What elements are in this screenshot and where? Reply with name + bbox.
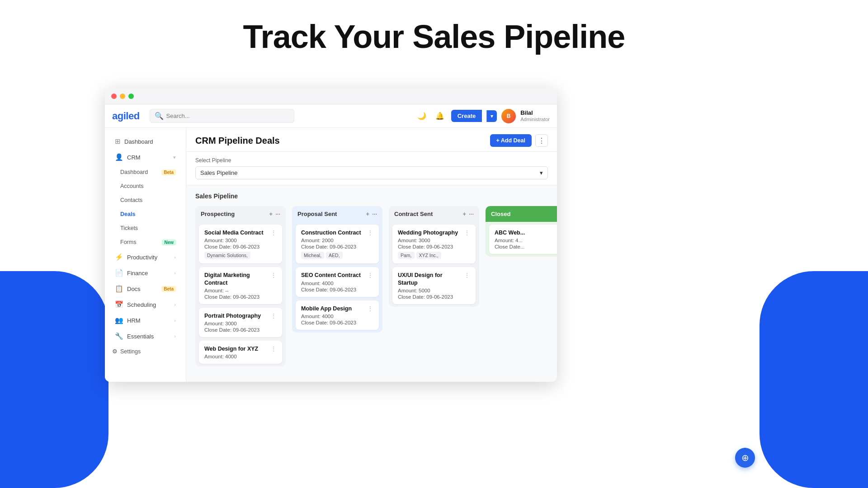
dark-mode-button[interactable]: 🌙 <box>415 109 429 123</box>
sidebar-item-deals[interactable]: Deals <box>108 207 183 221</box>
kanban-col-body-contract-sent: Wedding Photography ⋮ Amount: 3000 Close… <box>389 222 479 307</box>
pipeline-select-dropdown[interactable]: Sales Pipeline ▾ <box>195 166 548 179</box>
search-input[interactable] <box>166 113 289 119</box>
deal-date: Close Date: 09-06-2023 <box>301 320 373 325</box>
window-maximize-dot[interactable] <box>128 94 134 99</box>
window-close-dot[interactable] <box>111 94 117 99</box>
add-card-icon[interactable]: + <box>366 211 370 217</box>
deal-menu-icon[interactable]: ⋮ <box>464 229 470 236</box>
deal-tags: Dynamic Solutions, <box>204 252 277 259</box>
deal-amount: Amount: 3000 <box>398 238 470 243</box>
beta-badge-docs: Beta <box>161 286 176 292</box>
deal-card-header: Construction Contract ⋮ <box>301 229 373 236</box>
create-dropdown-button[interactable]: ▾ <box>486 110 497 122</box>
dashboard-icon: ⊞ <box>115 137 121 145</box>
deal-card[interactable]: Web Design for XYZ ⋮ Amount: 4000 <box>199 341 282 364</box>
deal-title: Wedding Photography <box>398 229 458 236</box>
sidebar-item-label: Finance <box>127 270 148 277</box>
col-menu-icon[interactable]: ··· <box>275 211 280 217</box>
sidebar-item-label: Essentials <box>127 333 154 340</box>
sidebar: ⊞ Dashboard 👤 CRM ▾ Dashboard Beta Accou… <box>105 128 186 382</box>
deal-date: Close Date: 09-06-2023 <box>204 294 277 300</box>
deal-card[interactable]: UX/UI Design for Startup ⋮ Amount: 5000 … <box>392 267 476 304</box>
sidebar-item-dashboard[interactable]: ⊞ Dashboard <box>108 134 183 149</box>
sidebar-item-hrm[interactable]: 👥 HRM › <box>108 313 183 328</box>
deal-menu-icon[interactable]: ⋮ <box>270 312 277 319</box>
app-header: agiled 🔍 🌙 🔔 Create ▾ B Bilal Administra… <box>105 104 557 128</box>
sidebar-item-crm[interactable]: 👤 CRM ▾ <box>108 150 183 165</box>
notifications-button[interactable]: 🔔 <box>433 109 447 123</box>
deal-card[interactable]: Wedding Photography ⋮ Amount: 3000 Close… <box>392 225 476 263</box>
deal-menu-icon[interactable]: ⋮ <box>270 272 277 279</box>
col-title-prospecting: Prospecting <box>201 211 235 217</box>
sidebar-item-label: Productivity <box>127 254 157 261</box>
deal-tag: AED, <box>326 252 343 259</box>
deal-menu-icon[interactable]: ⋮ <box>367 229 373 236</box>
deal-menu-icon[interactable]: ⋮ <box>367 272 373 279</box>
deal-menu-icon[interactable]: ⋮ <box>270 229 277 236</box>
kanban-col-proposal-sent: Proposal Sent + ··· Construction Contrac… <box>292 206 382 333</box>
deal-card-header: Social Media Contract ⋮ <box>204 229 277 236</box>
deal-title: SEO Content Contract <box>301 272 361 279</box>
deal-card[interactable]: ABC Web... ⋮ Amount: 4... Close Date... <box>489 225 557 254</box>
deal-title: ABC Web... <box>495 229 525 236</box>
col-menu-icon[interactable]: ··· <box>372 211 377 217</box>
sidebar-item-label: Accounts <box>120 183 143 189</box>
kanban-col-closed: Closed ABC Web... ⋮ Amount: 4... Close D… <box>486 206 557 257</box>
sidebar-item-label: Dashboard <box>124 138 153 145</box>
sidebar-item-label: HRM <box>127 317 141 324</box>
deal-amount: Amount: 2000 <box>301 238 373 243</box>
deal-amount: Amount: 4... <box>495 238 557 243</box>
deal-title: Mobile App Design <box>301 305 352 312</box>
col-menu-icon[interactable]: ··· <box>469 211 474 217</box>
deal-amount: Amount: 3000 <box>204 321 277 326</box>
deal-card[interactable]: Portrait Photography ⋮ Amount: 3000 Clos… <box>199 308 282 337</box>
settings-item[interactable]: ⚙ Settings <box>105 344 186 358</box>
more-options-button[interactable]: ⋮ <box>535 134 548 147</box>
deal-amount: Amount: 4000 <box>301 314 373 319</box>
deal-card[interactable]: Social Media Contract ⋮ Amount: 3000 Clo… <box>199 225 282 263</box>
deal-card-header: Mobile App Design ⋮ <box>301 305 373 312</box>
sidebar-item-finance[interactable]: 📄 Finance › <box>108 265 183 281</box>
sidebar-item-docs[interactable]: 📋 Docs Beta <box>108 281 183 296</box>
sidebar-item-crm-dashboard[interactable]: Dashboard Beta <box>108 165 183 179</box>
sidebar-item-scheduling[interactable]: 📅 Scheduling › <box>108 297 183 312</box>
sidebar-item-productivity[interactable]: ⚡ Productivity › <box>108 249 183 265</box>
deal-card[interactable]: Digital Marketing Contract ⋮ Amount: -- … <box>199 267 282 304</box>
deal-menu-icon[interactable]: ⋮ <box>367 305 373 312</box>
main-content: CRM Pipeline Deals + Add Deal ⋮ Select P… <box>186 128 557 382</box>
deal-card[interactable]: Mobile App Design ⋮ Amount: 4000 Close D… <box>296 300 379 330</box>
dropdown-chevron-icon: ▾ <box>540 169 543 176</box>
sidebar-item-label: Deals <box>120 211 135 217</box>
floating-help-button[interactable]: ⊕ <box>735 448 755 468</box>
window-minimize-dot[interactable] <box>120 94 125 99</box>
docs-icon: 📋 <box>115 285 123 293</box>
deal-card-header: Digital Marketing Contract ⋮ <box>204 272 277 286</box>
chevron-right-icon: › <box>174 333 176 339</box>
deal-card[interactable]: SEO Content Contract ⋮ Amount: 4000 Clos… <box>296 267 379 296</box>
new-badge: New <box>162 239 176 245</box>
sidebar-item-contacts[interactable]: Contacts <box>108 193 183 207</box>
deal-tag: Dynamic Solutions, <box>204 252 250 259</box>
sidebar-item-tickets[interactable]: Tickets <box>108 221 183 235</box>
add-card-icon[interactable]: + <box>463 211 467 217</box>
deal-date: Close Date: 09-06-2023 <box>398 244 470 249</box>
deal-card[interactable]: Construction Contract ⋮ Amount: 2000 Clo… <box>296 225 379 263</box>
create-button[interactable]: Create <box>451 110 482 122</box>
add-deal-button[interactable]: + Add Deal <box>490 134 532 147</box>
deal-menu-icon[interactable]: ⋮ <box>270 345 277 352</box>
hero-title: Track Your Sales Pipeline <box>0 0 868 69</box>
pipeline-select-row: Select Pipeline Sales Pipeline ▾ <box>186 152 557 185</box>
search-bar[interactable]: 🔍 <box>150 109 294 123</box>
deal-amount: Amount: 3000 <box>204 238 277 243</box>
add-card-icon[interactable]: + <box>269 211 273 217</box>
deal-card-header: SEO Content Contract ⋮ <box>301 272 373 279</box>
sidebar-item-essentials[interactable]: 🔧 Essentials › <box>108 328 183 344</box>
chevron-right-icon: › <box>174 254 176 260</box>
deal-tag: Pam, <box>398 252 415 259</box>
deal-menu-icon[interactable]: ⋮ <box>464 272 470 279</box>
kanban-col-header-prospecting: Prospecting + ··· <box>195 206 286 222</box>
sidebar-item-forms[interactable]: Forms New <box>108 235 183 249</box>
deal-title: Portrait Photography <box>204 312 261 319</box>
sidebar-item-accounts[interactable]: Accounts <box>108 179 183 193</box>
